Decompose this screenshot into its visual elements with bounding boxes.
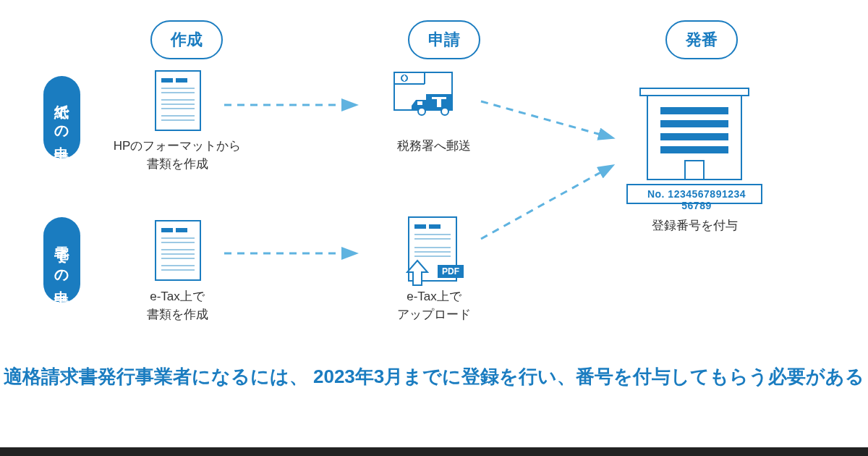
svg-text:PDF: PDF (442, 266, 459, 276)
bottom-bar (0, 447, 868, 456)
caption-paper-apply: 税務署へ郵送 (362, 138, 506, 156)
svg-rect-1 (161, 78, 173, 83)
svg-rect-45 (660, 146, 728, 153)
caption-electronic-apply: e-Tax上で アップロード (362, 288, 506, 324)
svg-rect-25 (417, 101, 422, 105)
svg-rect-41 (640, 88, 749, 96)
svg-rect-44 (660, 133, 728, 140)
svg-rect-32 (429, 224, 441, 229)
svg-line-50 (481, 101, 611, 138)
svg-rect-11 (161, 228, 173, 232)
svg-point-26 (418, 108, 425, 115)
caption-issue: 登録番号を付与 (622, 217, 767, 235)
svg-rect-42 (660, 107, 728, 114)
svg-point-27 (441, 108, 448, 115)
svg-line-51 (481, 166, 611, 239)
svg-rect-43 (660, 120, 728, 127)
svg-rect-46 (685, 161, 704, 180)
svg-rect-29 (437, 97, 441, 107)
summary-text: 適格請求書発行事業者になるには、 2023年3月までに登録を行い、番号を付与して… (0, 362, 868, 392)
svg-rect-12 (176, 228, 187, 232)
svg-rect-31 (414, 224, 426, 229)
svg-rect-2 (176, 78, 187, 83)
registration-number: No. 1234567891234 56789 (631, 188, 762, 211)
caption-electronic-create: e-Tax上で 書類を作成 (105, 288, 250, 324)
caption-paper-create: HPのフォーマットから 書類を作成 (105, 138, 250, 173)
